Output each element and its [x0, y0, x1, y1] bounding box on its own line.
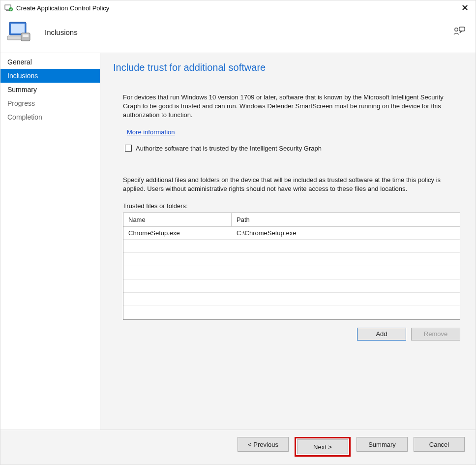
main-heading: Include trust for additional software [113, 62, 463, 73]
close-icon[interactable]: ✕ [458, 2, 472, 13]
authorize-isg-checkbox[interactable]: Authorize software that is trusted by th… [123, 145, 453, 152]
wizard-header: Inclusions [0, 15, 476, 53]
sidebar-item-label: Inclusions [7, 72, 38, 80]
cell-path: C:\ChromeSetup.exe [232, 227, 460, 239]
table-row [123, 293, 460, 306]
table-row [123, 253, 460, 266]
cell-name: ChromeSetup.exe [123, 227, 232, 239]
titlebar-left: Create Application Control Policy [4, 4, 109, 12]
sidebar-item-label: Progress [7, 99, 35, 107]
wizard-footer: < Previous Next > Summary Cancel [0, 430, 476, 465]
svg-rect-7 [23, 34, 29, 37]
intro-text: For devices that run Windows 10 version … [123, 93, 453, 120]
app-policy-icon [4, 4, 13, 12]
table-header-row: Name Path [123, 213, 460, 227]
additional-text: Specify additional files and folders on … [123, 176, 453, 193]
table-row[interactable]: ChromeSetup.exe C:\ChromeSetup.exe [123, 227, 460, 240]
svg-rect-4 [11, 24, 25, 33]
svg-point-8 [455, 28, 458, 31]
trusted-files-table: Name Path ChromeSetup.exe C:\ChromeSetup… [123, 213, 460, 320]
column-header-path[interactable]: Path [232, 213, 460, 227]
checkbox-label: Authorize software that is trusted by th… [136, 145, 322, 152]
wizard-window: Create Application Control Policy ✕ Incl… [0, 0, 476, 465]
more-information-link[interactable]: More information [123, 128, 175, 136]
sidebar-item-general[interactable]: General [0, 55, 100, 69]
cancel-button[interactable]: Cancel [414, 437, 465, 452]
table-row [123, 266, 460, 279]
wizard-body: General Inclusions Summary Progress Comp… [0, 53, 476, 430]
sidebar-item-summary[interactable]: Summary [0, 83, 100, 96]
previous-button[interactable]: < Previous [238, 437, 289, 452]
table-row [123, 240, 460, 253]
sidebar-item-progress[interactable]: Progress [0, 96, 100, 110]
sidebar-item-inclusions[interactable]: Inclusions [0, 69, 100, 83]
trusted-files-label: Trusted files or folders: [123, 202, 453, 210]
svg-point-2 [9, 7, 13, 11]
feedback-icon[interactable] [453, 26, 466, 38]
svg-rect-9 [459, 27, 465, 31]
window-title: Create Application Control Policy [16, 4, 109, 12]
titlebar: Create Application Control Policy ✕ [0, 0, 476, 15]
table-buttons: Add Remove [123, 328, 460, 341]
sidebar-item-label: General [7, 58, 32, 66]
header-left: Inclusions [6, 20, 78, 44]
summary-button[interactable]: Summary [357, 437, 408, 452]
sidebar: General Inclusions Summary Progress Comp… [0, 53, 100, 430]
column-header-name[interactable]: Name [123, 213, 232, 227]
next-button[interactable]: Next > [297, 439, 348, 454]
sidebar-item-completion[interactable]: Completion [0, 110, 100, 124]
table-row [123, 279, 460, 293]
remove-button: Remove [411, 328, 460, 341]
next-highlight: Next > [295, 437, 351, 457]
sidebar-item-label: Summary [7, 86, 37, 93]
main-panel: Include trust for additional software Fo… [100, 53, 476, 430]
sidebar-item-label: Completion [7, 113, 42, 121]
computer-icon [6, 20, 33, 44]
checkbox-icon [125, 145, 132, 152]
page-title: Inclusions [45, 28, 78, 36]
add-button[interactable]: Add [357, 328, 406, 341]
table-row [123, 306, 460, 319]
